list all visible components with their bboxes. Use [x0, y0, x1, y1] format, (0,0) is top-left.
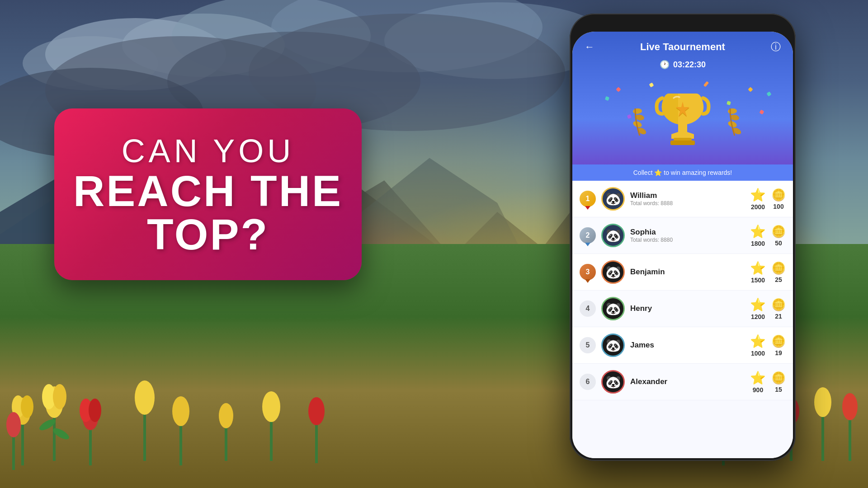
score-alexander: ⭐ 900 🪙 15	[750, 371, 786, 394]
avatar-alexander: 🐼	[601, 370, 625, 394]
score-sophia: ⭐ 1800 🪙 50	[750, 224, 786, 247]
coin-james: 🪙 19	[771, 334, 786, 357]
user-name-james: James	[630, 341, 745, 350]
coin-henry: 🪙 21	[771, 298, 786, 320]
user-info-william: William Total words: 8888	[630, 191, 745, 206]
trophy-section	[572, 74, 793, 164]
coin-icon-alexander: 🪙	[771, 371, 786, 385]
user-info-benjamin: Benjamin	[630, 267, 745, 277]
star-num-james: 1000	[751, 350, 765, 357]
user-words-sophia: Total words: 8880	[630, 237, 745, 243]
score-benjamin: ⭐ 1500 🪙 25	[750, 261, 786, 284]
avatar-henry: 🐼	[601, 297, 625, 320]
avatar-william: 🐼	[601, 187, 625, 211]
coin-icon-sophia: 🪙	[771, 225, 786, 239]
user-info-sophia: Sophia Total words: 8880	[630, 228, 745, 243]
user-name-sophia: Sophia	[630, 228, 745, 237]
promo-line2: REACH THE	[73, 169, 343, 213]
timer-value: 03:22:30	[673, 60, 706, 70]
leaderboard-row-3: 3 🐼 Benjamin ⭐ 1500 🪙	[572, 254, 793, 291]
user-name-alexander: Alexander	[630, 377, 745, 386]
coin-sophia: 🪙 50	[771, 225, 786, 247]
coin-num-james: 19	[775, 349, 782, 357]
coin-num-henry: 21	[775, 313, 782, 320]
info-button[interactable]: ⓘ	[768, 39, 784, 55]
laurel-left	[622, 104, 649, 145]
star-icon-sophia: ⭐	[750, 224, 766, 239]
coin-num-william: 100	[773, 203, 783, 210]
star-num-sophia: 1800	[751, 240, 765, 247]
rank-badge-6: 6	[580, 374, 596, 390]
coin-num-alexander: 15	[775, 386, 782, 393]
rank-badge-2: 2	[580, 227, 596, 244]
coin-icon-benjamin: 🪙	[771, 261, 786, 275]
avatar-james: 🐼	[601, 333, 625, 357]
user-info-james: James	[630, 341, 745, 350]
score-james: ⭐ 1000 🪙 19	[750, 334, 786, 357]
star-score-william: ⭐ 2000	[750, 188, 766, 211]
user-words-william: Total words: 8888	[630, 200, 745, 206]
svg-point-61	[728, 108, 737, 114]
star-num-william: 2000	[751, 203, 765, 211]
score-henry: ⭐ 1200 🪙 21	[750, 297, 786, 320]
leaderboard-row-1: 1 🐼 William Total words: 8888 ⭐ 2000	[572, 181, 793, 217]
user-info-alexander: Alexander	[630, 377, 745, 386]
app-nav: ← Live Taournement ⓘ	[581, 39, 784, 55]
coin-icon-william: 🪙	[771, 188, 786, 202]
star-num-alexander: 900	[753, 386, 763, 394]
star-num-henry: 1200	[751, 313, 765, 320]
star-icon-alexander: ⭐	[750, 371, 766, 385]
coin-num-sophia: 50	[775, 239, 782, 247]
svg-point-53	[633, 108, 642, 114]
star-score-sophia: ⭐ 1800	[750, 224, 766, 247]
phone-frame: ← Live Taournement ⓘ 🕐 03:22:30	[570, 14, 796, 461]
coin-william: 🪙 100	[771, 188, 786, 210]
back-button[interactable]: ←	[581, 39, 598, 55]
app-title: Live Taournement	[640, 41, 725, 53]
user-info-henry: Henry	[630, 304, 745, 313]
user-name-william: William	[630, 191, 745, 200]
phone-screen: ← Live Taournement ⓘ 🕐 03:22:30	[572, 32, 793, 458]
user-name-henry: Henry	[630, 304, 745, 313]
leaderboard-list: 1 🐼 William Total words: 8888 ⭐ 2000	[572, 181, 793, 458]
leaderboard-row-2: 2 🐼 Sophia Total words: 8880 ⭐ 1800	[572, 217, 793, 254]
phone-device: ← Live Taournement ⓘ 🕐 03:22:30	[570, 14, 796, 461]
coin-alexander: 🪙 15	[771, 371, 786, 393]
coin-num-benjamin: 25	[775, 276, 782, 283]
avatar-benjamin: 🐼	[601, 260, 625, 284]
avatar-sophia: 🐼	[601, 224, 625, 247]
trophy-display	[622, 84, 744, 154]
star-icon-james: ⭐	[750, 334, 766, 349]
promo-panel: CAN YOU REACH THE TOP?	[54, 108, 362, 280]
rank-badge-4: 4	[580, 300, 596, 317]
rank-badge-3: 3	[580, 264, 596, 280]
collect-bar: Collect ⭐ to win amazing rewards!	[572, 164, 793, 181]
star-num-benjamin: 1500	[751, 277, 765, 284]
leaderboard-row-4: 4 🐼 Henry ⭐ 1200 🪙 21	[572, 291, 793, 327]
app-header: ← Live Taournement ⓘ 🕐 03:22:30	[572, 32, 793, 74]
rank-badge-5: 5	[580, 337, 596, 353]
star-score-alexander: ⭐ 900	[750, 371, 766, 394]
star-icon-henry: ⭐	[750, 297, 766, 312]
laurel-right	[717, 104, 744, 145]
star-icon-william: ⭐	[750, 188, 766, 202]
star-score-james: ⭐ 1000	[750, 334, 766, 357]
star-icon-benjamin: ⭐	[750, 261, 766, 276]
promo-line1: CAN YOU	[122, 132, 295, 169]
timer-display: 🕐 03:22:30	[581, 60, 784, 70]
coin-icon-james: 🪙	[771, 334, 786, 348]
star-score-benjamin: ⭐ 1500	[750, 261, 766, 284]
timer-icon: 🕐	[660, 60, 670, 70]
score-william: ⭐ 2000 🪙 100	[750, 188, 786, 211]
star-score-henry: ⭐ 1200	[750, 297, 766, 320]
promo-line3: TOP?	[147, 213, 269, 256]
phone-notch	[656, 19, 710, 26]
user-name-benjamin: Benjamin	[630, 267, 745, 277]
coin-benjamin: 🪙 25	[771, 261, 786, 283]
leaderboard-row-6: 6 🐼 Alexander ⭐ 900 🪙 15	[572, 364, 793, 400]
leaderboard-row-5: 5 🐼 James ⭐ 1000 🪙 19	[572, 327, 793, 364]
collect-text: Collect ⭐ to win amazing rewards!	[633, 169, 732, 176]
main-trophy	[653, 84, 712, 154]
rank-badge-1: 1	[580, 191, 596, 207]
coin-icon-henry: 🪙	[771, 298, 786, 312]
